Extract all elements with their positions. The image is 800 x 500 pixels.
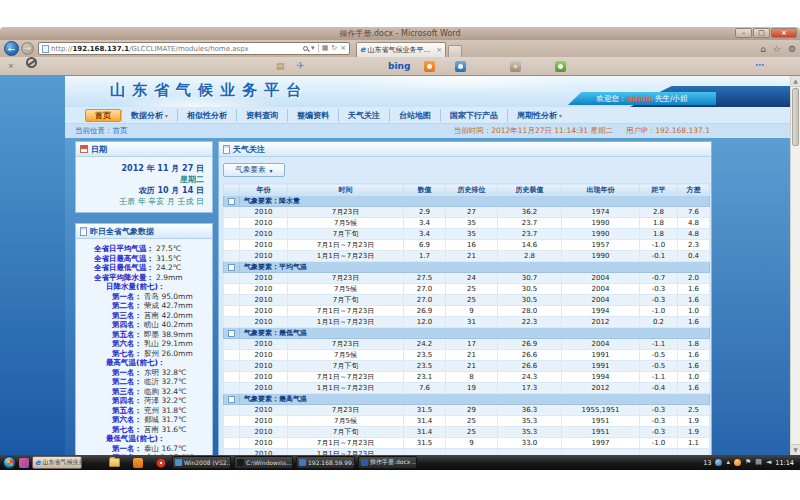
forward-button[interactable]: → [21,42,34,55]
rank-value: 崂山 40.2mm [142,320,193,330]
action-center-flag-icon[interactable]: ⚑ [745,456,751,469]
cell-extreme-year: 2004 [562,295,640,306]
taskbar-clock[interactable]: 11:14 [775,459,797,467]
rank-label: 第四名： [76,320,142,330]
rank-section: 最高气温(前七)： 第一名： 东明 32.8℃ [76,358,210,434]
rank-line: 第三名： 莒南 42.0mm [76,311,210,321]
taskbar-app-orange-icon[interactable] [133,458,143,468]
toolbar-messenger-icon[interactable] [455,61,466,72]
compatibility-view-icon[interactable]: ▦ [322,43,329,54]
rank-value: 临朐 32.4℃ [142,387,187,397]
cell-variance: 7.6 [678,207,710,218]
cell-variance: 1.6 [678,317,710,328]
tab-close-icon[interactable]: × [436,46,442,54]
taskbar-pinned-icon[interactable] [19,458,29,468]
rank-label: 第七名： [76,349,142,359]
nav-item[interactable]: 数据分析 ▾ [121,109,177,122]
nav-item[interactable]: 资料查询 ▾ [236,109,287,122]
weather-focus-title: 天气关注 [233,144,265,155]
cell-time: 7月5候 [288,416,404,427]
address-bar[interactable]: http://192.168.137.1/GLCCLIMATE/modules/… [38,42,350,55]
bingbar-app-icon[interactable] [424,61,435,72]
column-header: 距平 [640,184,678,196]
new-tab-button[interactable] [448,45,462,57]
stat-label: 全省日平均气温： [76,244,154,254]
tray-network-app-icon[interactable] [715,459,722,466]
nav-item[interactable]: 首页 ▾ [85,109,121,122]
group-header-row[interactable]: 气象要素：平均气温 [224,262,710,273]
bing-logo[interactable]: bing [388,61,410,71]
taskbar-task-button[interactable]: 192.168.59.99... [296,456,355,469]
start-button[interactable] [3,456,16,469]
toolbar-close-icon[interactable]: × [8,62,14,70]
search-icon[interactable] [303,46,308,51]
toolbar-more-icon[interactable]: ⋯ [755,60,765,70]
back-button[interactable]: ← [4,41,19,56]
desktop: 操作手册.docx - Microsoft Word – □ × ← → htt… [0,27,800,470]
ie-tab-icon: e [360,46,365,54]
table-row: 2010 7月1日～7月23日 26.9 9 28.0 1994 -1.0 [224,306,710,317]
taskbar-ie-task[interactable]: e 山东省气候业务平台 [32,456,82,469]
taskbar-task-button[interactable]: C:\Windows\s... [234,456,293,469]
taskbar-task-button[interactable]: 操作手册.docx ... [358,456,417,469]
weather-focus-header: 天气关注 [219,142,711,157]
cell-time: 7月1日～7月23日 [288,372,404,383]
cell-rank: 21 [446,350,498,361]
vertical-scrollbar[interactable]: ▲ ▼ [790,76,800,455]
volume-icon[interactable]: ◄ [766,456,771,469]
scroll-up-icon[interactable]: ▲ [791,76,800,87]
show-hidden-icons-arrow[interactable]: ▴ [726,456,730,469]
group-header-row[interactable]: 气象要素：最低气温 [224,328,710,339]
autocomplete-dropdown-icon[interactable]: ▾ [311,43,315,54]
ganzhi-date: 壬辰 年 辛亥 月 壬戌 日 [84,196,204,207]
group-title: 气象要素：降水量 [240,196,710,207]
group-header-row[interactable]: 气象要素：最高气温 [224,394,710,405]
weather-element-button[interactable]: 气象要素 ▾ [223,163,285,177]
maximize-icon[interactable]: □ [753,28,770,38]
table-row: 2010 7月5候 23.5 21 26.6 1991 -0.5 [224,350,710,361]
main-navigation: 首页 ▾ 数据分析 ▾ 相似性分析 ▾ [65,107,790,124]
nav-item[interactable]: 周期性分析 ▾ [507,109,571,122]
media-player-icon[interactable] [156,458,166,468]
cell-time: 7月1日～7月23日 [288,438,404,449]
toolbar-camera-icon[interactable] [510,61,521,72]
home-icon[interactable]: ⌂ [760,44,766,54]
close-icon[interactable]: × [771,28,797,38]
nav-item[interactable]: 台站地图 ▾ [389,109,440,122]
send-tool-icon[interactable]: ✈ [296,60,304,71]
group-title: 气象要素：平均气温 [240,262,710,273]
weather-panel-title: 昨日全省气象数据 [90,226,154,237]
nav-item[interactable]: 整编资料 ▾ [287,109,338,122]
rank-line: 第六名： 郯城 31.7℃ [76,415,210,425]
scroll-down-icon[interactable]: ▼ [791,444,800,455]
explorer-folder-icon[interactable] [109,458,120,467]
nav-item[interactable]: 国家下行产品 ▾ [440,109,507,122]
group-header-row[interactable]: 气象要素：降水量 [224,196,710,207]
settings-gear-icon[interactable]: ⚙ [788,44,796,54]
app-icon [175,459,182,466]
nav-item[interactable]: 相似性分析 ▾ [177,109,236,122]
nav-item[interactable]: 天气关注 ▾ [338,109,389,122]
taskbar-task-button[interactable]: Win2008 (VS2... [172,456,231,469]
cell-value: 27.5 [404,273,446,284]
addon-circle-icon[interactable] [26,57,37,68]
browser-tab[interactable]: e 山东省气候业务平... × [356,42,446,57]
rank-label: 第一名： [76,292,142,302]
refresh-icon[interactable]: ↻ [331,43,337,54]
snapshot-tool-icon[interactable]: ▤ [276,61,285,71]
toolbar-people-icon[interactable] [555,61,566,72]
expand-box-icon[interactable] [228,198,235,205]
favorites-star-icon[interactable]: ☆ [773,44,781,54]
network-icon[interactable]: ▤ [755,456,762,469]
expand-box-icon[interactable] [228,264,235,271]
expand-box-icon[interactable] [228,330,235,337]
stop-icon[interactable]: × [340,43,346,54]
minimize-icon[interactable]: – [735,28,752,38]
taskbar-tasks: Win2008 (VS2... C:\Windows\s... 192.168.… [169,456,417,469]
cell-extreme-year: 2004 [562,284,640,295]
tray-firefox-icon[interactable] [734,459,741,466]
expand-box-icon[interactable] [228,396,235,403]
cell-year: 2010 [240,218,288,229]
cell-time: 7月5候 [288,284,404,295]
scrollbar-thumb[interactable] [792,88,799,146]
